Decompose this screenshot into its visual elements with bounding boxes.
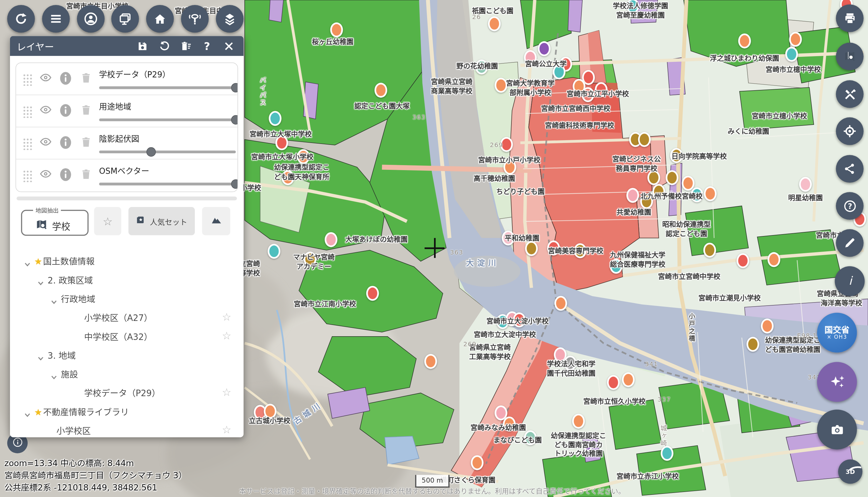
school-marker[interactable] [330, 23, 343, 38]
opacity-slider-handle[interactable] [231, 83, 238, 93]
school-marker[interactable] [661, 446, 673, 461]
school-marker[interactable] [785, 47, 798, 62]
school-marker[interactable] [738, 33, 751, 48]
school-marker[interactable] [538, 41, 551, 56]
rail-button-map-search[interactable] [836, 43, 864, 71]
school-marker[interactable] [626, 188, 639, 203]
visibility-eye-icon[interactable] [38, 168, 53, 183]
terrain-button[interactable] [202, 207, 230, 235]
layer-info-icon[interactable] [59, 104, 72, 119]
toolbar-button-beacon[interactable] [181, 5, 209, 33]
rail-button-printer[interactable] [836, 4, 864, 32]
chevron-down-icon[interactable] [24, 409, 31, 420]
rail-button-pencil[interactable] [836, 229, 864, 257]
school-marker[interactable] [746, 337, 759, 352]
panel-close-button[interactable] [220, 39, 237, 53]
popular-sets-button[interactable]: 人気セット [128, 207, 195, 235]
chevron-down-icon[interactable] [38, 353, 44, 363]
chevron-down-icon[interactable] [51, 371, 57, 382]
toolbar-button-home[interactable] [146, 5, 174, 33]
tree-item[interactable]: 学校データ（P29）☆ [10, 384, 244, 403]
panel-clear-list-button[interactable] [177, 39, 194, 53]
layer-delete-icon[interactable] [80, 104, 93, 119]
visibility-eye-icon[interactable] [38, 136, 53, 151]
rail-button-help[interactable]: ? [836, 192, 864, 220]
visibility-eye-icon[interactable] [38, 104, 53, 118]
layer-delete-icon[interactable] [80, 71, 93, 86]
tree-item[interactable]: 3. 地域 [10, 346, 244, 365]
opacity-slider[interactable] [99, 151, 236, 153]
tree-item[interactable]: 中学校区（A32）☆ [10, 328, 244, 346]
favorite-star-icon[interactable]: ☆ [222, 329, 231, 342]
rail-button-info-italic[interactable]: i [835, 266, 865, 296]
drag-handle-icon[interactable] [23, 106, 33, 118]
tree-item[interactable]: 行政地域 [10, 290, 244, 309]
school-marker[interactable] [607, 375, 620, 390]
school-marker[interactable] [666, 170, 679, 185]
school-marker[interactable] [638, 132, 651, 147]
tree-item[interactable]: 施設 [10, 365, 244, 384]
ai-sparkles-button[interactable] [817, 362, 857, 402]
map-extract-field[interactable]: 地図抽出 学校 [21, 206, 88, 236]
school-marker[interactable] [374, 83, 387, 98]
school-marker[interactable] [555, 296, 567, 311]
mlit-oh3-badge[interactable]: 国交省× OH3 [817, 313, 857, 353]
school-marker[interactable] [761, 318, 774, 333]
chevron-down-icon[interactable] [51, 296, 57, 307]
school-marker[interactable] [703, 243, 716, 258]
drag-handle-icon[interactable] [23, 170, 33, 182]
screenshot-camera-button[interactable] [817, 410, 857, 450]
panel-save-button[interactable] [134, 39, 151, 53]
opacity-slider-handle[interactable] [231, 179, 238, 188]
layer-delete-icon[interactable] [80, 168, 93, 183]
rail-button-locate[interactable] [836, 117, 864, 145]
opacity-slider-handle[interactable] [231, 115, 238, 125]
chevron-down-icon[interactable] [24, 258, 31, 269]
panel-reset-button[interactable] [156, 39, 172, 53]
school-marker[interactable] [495, 78, 507, 93]
school-marker[interactable] [622, 372, 635, 387]
rail-button-tools[interactable] [836, 80, 864, 108]
drag-handle-icon[interactable] [23, 138, 33, 150]
school-marker[interactable] [525, 241, 538, 256]
school-marker[interactable] [269, 111, 282, 126]
school-marker[interactable] [799, 177, 812, 192]
school-marker[interactable] [366, 286, 379, 301]
toolbar-button-user[interactable] [77, 5, 104, 33]
opacity-slider[interactable] [99, 118, 236, 121]
tree-item[interactable]: 2. 政策区域 [10, 271, 244, 290]
layer-info-icon[interactable] [59, 168, 72, 184]
toolbar-button-menu[interactable] [42, 5, 70, 33]
favorite-star-icon[interactable]: ☆ [222, 423, 231, 436]
school-marker[interactable] [789, 32, 802, 47]
tree-item[interactable]: 小学校区（A27）☆ [10, 309, 244, 327]
favorite-star-icon[interactable]: ☆ [222, 311, 231, 323]
visibility-eye-icon[interactable] [38, 72, 53, 86]
toggle-3d-button[interactable]: 3D [838, 459, 863, 484]
rail-button-share[interactable] [836, 155, 864, 183]
layer-info-icon[interactable] [59, 136, 72, 152]
toolbar-button-layers[interactable] [216, 5, 244, 33]
layer-delete-icon[interactable] [80, 136, 93, 151]
favorite-star-icon[interactable]: ☆ [222, 386, 231, 398]
tree-item[interactable]: ★国土数値情報 [10, 252, 244, 271]
school-marker[interactable] [488, 16, 501, 31]
school-marker[interactable] [572, 414, 585, 429]
chevron-down-icon[interactable] [38, 277, 44, 288]
school-marker[interactable] [268, 244, 280, 259]
tree-item[interactable]: ★不動産情報ライブラリ [10, 403, 244, 422]
school-marker[interactable] [682, 176, 694, 191]
opacity-slider-handle[interactable] [146, 147, 156, 157]
school-marker[interactable] [767, 252, 780, 267]
opacity-slider[interactable] [99, 86, 236, 89]
layer-info-icon[interactable] [59, 71, 72, 87]
toolbar-button-reload[interactable] [7, 5, 35, 33]
drag-handle-icon[interactable] [23, 74, 33, 86]
opacity-slider[interactable] [99, 183, 236, 185]
panel-help-text-button[interactable]: ? [199, 39, 215, 53]
school-marker[interactable] [471, 455, 484, 470]
favorite-button[interactable]: ☆ [94, 207, 121, 235]
school-marker[interactable] [325, 232, 338, 247]
school-marker[interactable] [424, 354, 437, 369]
school-marker[interactable] [737, 253, 749, 268]
